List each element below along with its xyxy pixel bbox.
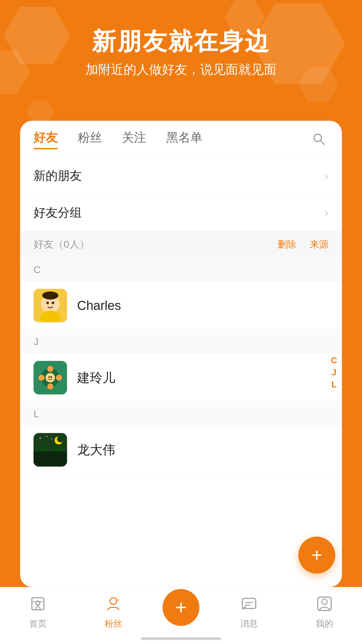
friend-group-row[interactable]: 好友分组 ›: [20, 195, 342, 231]
friend-group-label: 好友分组: [34, 205, 324, 221]
svg-point-19: [56, 375, 62, 381]
svg-point-31: [40, 437, 41, 439]
side-index: C J L: [331, 356, 337, 389]
new-friends-chevron: ›: [324, 169, 328, 183]
nav-fans-label: 粉丝: [105, 618, 122, 630]
svg-point-18: [39, 375, 45, 381]
contact-charles[interactable]: Charles: [20, 282, 342, 329]
letter-c: C: [34, 264, 41, 275]
letter-l: L: [34, 408, 39, 419]
svg-point-20: [46, 373, 55, 382]
nav-messages-icon: [240, 595, 258, 615]
tab-fans[interactable]: 粉丝: [78, 129, 102, 149]
svg-marker-39: [117, 599, 119, 601]
svg-point-12: [52, 302, 54, 304]
longdawei-name: 龙大伟: [77, 441, 115, 459]
source-button[interactable]: 来源: [310, 238, 328, 251]
new-friends-row[interactable]: 新的朋友 ›: [20, 158, 342, 195]
svg-rect-35: [32, 598, 44, 610]
tab-friends[interactable]: 好友: [34, 129, 58, 149]
svg-point-13: [42, 291, 58, 300]
letter-group-j: J: [20, 329, 342, 354]
index-j[interactable]: J: [331, 368, 336, 377]
section-actions: 删除 来源: [278, 238, 328, 251]
section-header: 好友（0人） 删除 来源: [20, 231, 342, 257]
svg-point-22: [51, 376, 52, 378]
index-c[interactable]: C: [331, 356, 337, 365]
nav-center-button[interactable]: +: [163, 589, 199, 626]
letter-group-l: L: [20, 401, 342, 426]
jianling-name: 建玲儿: [77, 369, 115, 386]
letter-group-c: C: [20, 257, 342, 282]
tab-follow[interactable]: 关注: [122, 129, 146, 149]
svg-point-34: [37, 443, 37, 443]
contact-longdawei[interactable]: 龙大伟: [20, 426, 342, 474]
nav-messages[interactable]: 消息: [211, 595, 287, 630]
delete-button[interactable]: 删除: [278, 238, 296, 251]
bottom-nav: 首页 粉丝 + 消息: [0, 587, 362, 644]
nav-profile[interactable]: 我的: [287, 595, 362, 630]
avatar-longdawei: [34, 433, 67, 467]
contact-jianling[interactable]: 建玲儿: [20, 354, 342, 401]
header-title: 新朋友就在身边: [0, 27, 362, 56]
svg-point-44: [322, 599, 327, 604]
header: 新朋友就在身边 加附近的人做好友，说见面就见面: [0, 0, 362, 92]
avatar-charles: [34, 289, 67, 322]
nav-fans-icon: [105, 595, 122, 615]
fab-plus-icon: +: [311, 546, 322, 565]
nav-center[interactable]: +: [151, 599, 211, 626]
header-subtitle: 加附近的人做好友，说见面就见面: [0, 61, 362, 78]
list-content: 新的朋友 › 好友分组 › 好友（0人） 删除 来源 C: [20, 158, 342, 587]
svg-marker-5: [27, 101, 54, 123]
nav-fans[interactable]: 粉丝: [75, 595, 151, 630]
tabs-bar: 好友 粉丝 关注 黑名单: [20, 121, 342, 158]
svg-point-17: [47, 383, 53, 389]
svg-point-11: [46, 302, 49, 304]
nav-home[interactable]: 首页: [0, 595, 75, 630]
svg-rect-24: [34, 451, 67, 467]
svg-point-30: [57, 436, 64, 442]
nav-messages-label: 消息: [240, 618, 258, 630]
svg-point-16: [47, 366, 53, 372]
charles-name: Charles: [77, 299, 121, 313]
nav-home-icon: [29, 595, 47, 615]
svg-point-38: [110, 598, 117, 604]
main-card: 好友 粉丝 关注 黑名单 新的朋友 › 好友分组 › 好友（0人） 删除: [20, 121, 342, 587]
fab-button[interactable]: +: [298, 537, 335, 574]
svg-point-21: [49, 376, 50, 378]
nav-profile-icon: [316, 595, 333, 615]
new-friends-label: 新的朋友: [34, 168, 324, 184]
svg-point-33: [52, 439, 53, 440]
nav-center-plus-icon: +: [175, 597, 187, 618]
svg-point-32: [47, 436, 48, 437]
friend-group-chevron: ›: [324, 206, 328, 220]
search-button[interactable]: [310, 130, 328, 149]
letter-j: J: [34, 336, 39, 347]
avatar-jianling: [34, 361, 67, 394]
nav-home-label: 首页: [29, 618, 47, 630]
svg-line-7: [320, 141, 324, 145]
index-l[interactable]: L: [331, 380, 337, 389]
section-count-label: 好友（0人）: [34, 237, 278, 251]
nav-profile-label: 我的: [316, 618, 333, 630]
home-indicator: [141, 637, 221, 640]
tab-blacklist[interactable]: 黑名单: [166, 129, 202, 149]
